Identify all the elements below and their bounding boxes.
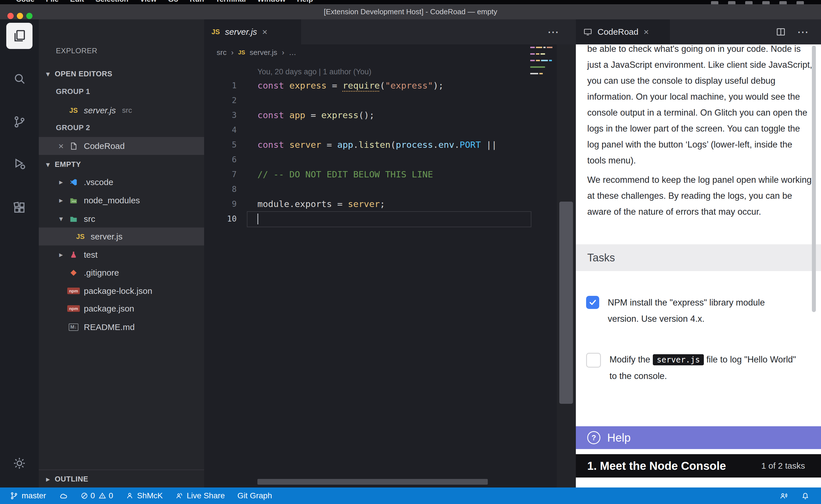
activitybar-item-settings[interactable]: [13, 456, 26, 470]
sidebar-title: EXPLORER: [56, 44, 97, 58]
activitybar-item-extensions[interactable]: [13, 201, 26, 214]
tree-item-label: README.md: [84, 322, 134, 332]
git-graph-status[interactable]: Git Graph: [238, 491, 272, 500]
open-editors-header[interactable]: ▾ OPEN EDITORS: [39, 65, 204, 83]
chevron-right-icon: ▸: [55, 196, 67, 205]
tray-icon[interactable]: [745, 1, 753, 4]
tab-serverjs[interactable]: JS server.js ×: [204, 19, 301, 44]
code-line: 4: [204, 122, 530, 137]
menu-item[interactable]: Go: [168, 0, 178, 4]
tree-item-package-json[interactable]: npm package.json: [39, 300, 204, 317]
git-branch-status[interactable]: master: [10, 491, 46, 500]
menu-item[interactable]: Window: [257, 0, 285, 4]
close-icon[interactable]: ×: [644, 27, 649, 36]
menu-item[interactable]: Help: [297, 0, 313, 4]
help-button[interactable]: ? Help: [576, 426, 821, 449]
code-line: 9 module.exports = server;: [204, 196, 530, 211]
tree-item-node-modules[interactable]: ▸ node_modules: [39, 191, 204, 209]
menu-item[interactable]: Run: [189, 0, 204, 4]
horizontal-scrollbar[interactable]: [258, 479, 488, 485]
open-editors-group2: GROUP 2: [39, 119, 204, 137]
checkbox-unchecked[interactable]: [586, 353, 601, 368]
tray-icon[interactable]: [762, 1, 770, 4]
workspace-section-header[interactable]: ▾ EMPTY: [39, 155, 204, 173]
problems-status[interactable]: 0 0: [80, 491, 113, 500]
tree-item-label: node_modules: [84, 196, 140, 205]
tree-item-gitignore[interactable]: .gitignore: [39, 264, 204, 282]
split-editor-icon[interactable]: [776, 27, 786, 37]
open-editor-serverjs[interactable]: JS server.js src: [39, 101, 204, 119]
tree-item-serverjs[interactable]: JS server.js: [39, 228, 204, 245]
status-bar: master 0: [0, 487, 821, 504]
test-flask-icon: [67, 251, 80, 259]
tray-icon[interactable]: [779, 1, 787, 4]
open-editor-coderoad[interactable]: × CodeRoad: [39, 137, 204, 155]
extensions-icon: [13, 201, 26, 214]
tab-coderoad[interactable]: CodeRoad ×: [576, 19, 670, 44]
tree-item-label: test: [84, 250, 97, 260]
more-actions-icon[interactable]: ⋯: [547, 26, 559, 38]
tree-item-package-lock[interactable]: npm package-lock.json: [39, 282, 204, 300]
code-line: 3 const app = express();: [204, 108, 530, 122]
group-label: GROUP 2: [56, 123, 90, 132]
group-label: GROUP 1: [56, 87, 90, 96]
breadcrumb[interactable]: src › JS server.js › …: [217, 44, 296, 60]
menu-item[interactable]: Terminal: [216, 0, 246, 4]
checkbox-checked[interactable]: [586, 296, 599, 309]
panel-tabstrip: CodeRoad × ⋯: [576, 19, 821, 44]
close-icon[interactable]: ×: [55, 142, 67, 151]
code-line: 5 const server = app.listen(process.env.…: [204, 137, 530, 152]
chevron-down-icon: ▾: [43, 161, 53, 169]
more-actions-icon[interactable]: ⋯: [797, 26, 808, 38]
tree-item-src[interactable]: ▾ src: [39, 210, 204, 228]
task-item: NPM install the "express" library module…: [586, 294, 796, 327]
menu-item[interactable]: View: [140, 0, 157, 4]
activitybar-item-run-debug[interactable]: [13, 157, 26, 171]
tray-icon[interactable]: [728, 1, 736, 4]
tree-item-test[interactable]: ▸ test: [39, 246, 204, 264]
line-number: 1: [204, 81, 237, 90]
notifications-status[interactable]: [801, 491, 810, 500]
tree-item-label: server.js: [91, 232, 122, 241]
activitybar-item-search[interactable]: [13, 72, 26, 85]
tray-icon[interactable]: [711, 1, 718, 4]
outline-section-header[interactable]: ▸ OUTLINE: [39, 470, 204, 488]
tray-icon[interactable]: [797, 1, 804, 4]
sync-status[interactable]: [59, 491, 68, 500]
npm-badge: npm: [67, 305, 80, 312]
macos-menu-items: Code File Edit Selection View Go Run Ter…: [16, 0, 313, 4]
markdown-icon: M↓: [67, 323, 80, 331]
menu-item[interactable]: File: [46, 0, 59, 4]
vscode-folder-icon: [67, 178, 80, 187]
webview-file-icon: [67, 142, 80, 150]
tasks-header-band: Tasks: [576, 244, 821, 271]
breadcrumb-file[interactable]: server.js: [250, 48, 277, 57]
src-folder-icon: [67, 215, 80, 223]
activitybar-item-explorer[interactable]: [6, 23, 32, 49]
liveshare-account-status[interactable]: ShMcK: [126, 491, 163, 500]
warning-count: 0: [109, 491, 113, 500]
breadcrumb-folder[interactable]: src: [217, 48, 227, 57]
menu-item[interactable]: Selection: [95, 0, 128, 4]
chevron-down-icon: ▾: [55, 214, 67, 223]
editor-scrollbar-track[interactable]: [557, 44, 576, 487]
npm-icon: npm: [67, 288, 80, 294]
webview-scrollbar[interactable]: [812, 46, 816, 312]
tree-item-readme[interactable]: M↓ README.md: [39, 318, 204, 336]
scrollbar-thumb[interactable]: [559, 202, 573, 404]
minimap[interactable]: [530, 47, 557, 115]
feedback-status[interactable]: [779, 491, 788, 500]
tree-item-vscode[interactable]: ▸ .vscode: [39, 173, 204, 191]
liveshare-status[interactable]: Live Share: [175, 491, 225, 500]
js-icon: JS: [212, 28, 220, 36]
breadcrumb-more[interactable]: …: [289, 48, 296, 57]
code-area[interactable]: 1 const express = require("express"); 2 …: [204, 78, 530, 226]
open-editor-label: CodeRoad: [84, 141, 124, 151]
line-number: 6: [204, 155, 237, 164]
activitybar-item-source-control[interactable]: [13, 115, 26, 129]
menu-item[interactable]: Code: [16, 0, 34, 4]
close-icon[interactable]: ×: [262, 27, 268, 36]
lesson-progress-band[interactable]: 1. Meet the Node Console 1 of 2 tasks: [576, 454, 821, 478]
menu-item[interactable]: Edit: [70, 0, 84, 4]
breadcrumb-separator: ›: [231, 48, 234, 57]
